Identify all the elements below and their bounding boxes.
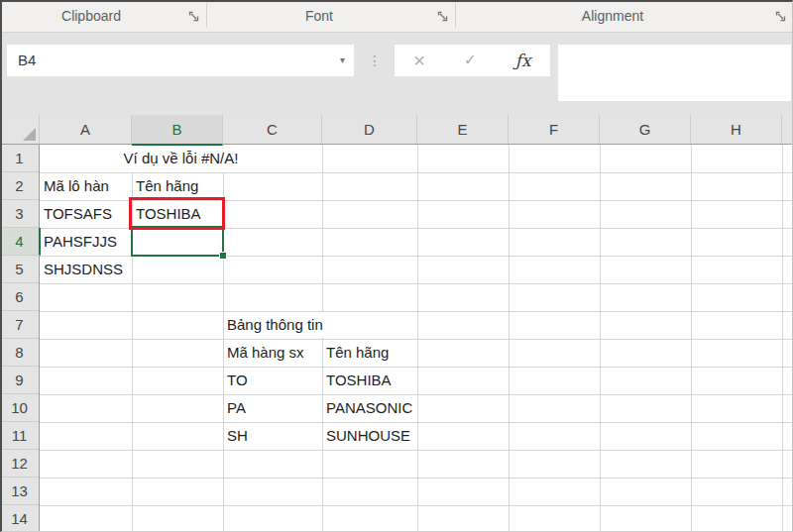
cell-C10[interactable]: PA [224,395,249,421]
cell-A1-merged-title[interactable]: Ví dụ về lỗi #N/A! [40,145,322,172]
cell-A2[interactable]: Mã lô hàn [41,173,112,199]
name-box-value: B4 [18,45,36,76]
gridline [40,394,793,395]
cell-C9[interactable]: TO [224,368,251,393]
cell-C8[interactable]: Mã hàng sx [224,340,307,366]
column-header-A[interactable]: A [40,115,132,144]
gridline [40,505,793,506]
ribbon-group-alignment: Alignment [456,0,793,32]
ribbon-strip: Clipboard Font Alignment [0,0,793,33]
column-header-G[interactable]: G [600,115,691,144]
column-header-D[interactable]: D [322,115,417,144]
row-header-10[interactable]: 10 [0,394,39,422]
row-header-5[interactable]: 5 [0,256,39,283]
worksheet: ABCDEFGH 1234567891011121314 Ví dụ về lỗ… [0,115,793,532]
gridline [40,367,793,368]
ribbon-group-clipboard: Clipboard [0,0,206,32]
font-group-label: Font [207,0,431,32]
cancel-icon[interactable]: × [413,51,425,70]
cell-D10[interactable]: PANASONIC [323,395,415,421]
cell-C7[interactable]: Bảng thông tin [224,312,326,338]
excel-window: Clipboard Font Alignment B4 ▾ ⋮ × [0,0,793,532]
alignment-group-label: Alignment [456,0,769,32]
row-header-1[interactable]: 1 [0,145,39,172]
column-header-C[interactable]: C [223,115,322,144]
column-header-E[interactable]: E [417,115,509,144]
column-header-B[interactable]: B [132,115,223,146]
row-header-9[interactable]: 9 [0,367,39,394]
gridline [40,311,793,312]
column-header-H[interactable]: H [691,115,782,144]
clipboard-dialog-launcher-icon[interactable] [187,10,200,23]
column-header-F[interactable]: F [509,115,600,144]
active-cell-selection-border[interactable] [131,226,224,257]
enter-icon[interactable]: ✓ [464,53,477,68]
row-header-2[interactable]: 2 [0,172,39,200]
formula-bar-buttons: × ✓ ƒx [395,45,550,76]
cell-A5[interactable]: SHJSDNSS [41,257,126,282]
name-box[interactable]: B4 ▾ [7,45,354,76]
row-header-11[interactable]: 11 [0,422,39,450]
row-header-12[interactable]: 12 [0,450,39,478]
row-header-6[interactable]: 6 [0,283,39,311]
cell-D8[interactable]: Tên hãng [323,340,392,366]
gridline [40,339,793,340]
cell-A4[interactable]: PAHSFJJS [41,229,120,255]
gridline [40,283,793,284]
clipboard-group-label: Clipboard [0,0,182,32]
gridline [40,478,793,479]
row-header-8[interactable]: 8 [0,339,39,367]
formula-bar-region: B4 ▾ ⋮ × ✓ ƒx [0,33,793,115]
cell-D9[interactable]: TOSHIBA [323,368,395,393]
name-box-dropdown-icon[interactable]: ▾ [340,45,345,76]
annotation-box-b3 [129,197,225,230]
alignment-dialog-launcher-icon[interactable] [774,10,787,23]
column-header-band: ABCDEFGH [0,115,793,145]
ribbon-group-font: Font [207,0,455,32]
select-all-triangle-icon [23,128,36,141]
cell-B2[interactable]: Tên hãng [133,173,201,199]
row-header-3[interactable]: 3 [0,200,39,228]
row-header-band: 1234567891011121314 [0,145,40,532]
column-header-partial[interactable] [782,115,793,144]
row-header-4[interactable]: 4 [0,228,41,256]
font-dialog-launcher-icon[interactable] [436,10,449,23]
formula-input[interactable] [558,45,791,101]
cell-A3[interactable]: TOFSAFS [41,201,115,227]
cell-D11[interactable]: SUNHOUSE [323,423,413,449]
gridline [40,422,793,423]
formula-bar-drag-handle[interactable]: ⋮ [367,45,383,76]
insert-function-icon[interactable]: ƒx [515,53,531,69]
fill-handle[interactable] [219,252,227,260]
row-header-7[interactable]: 7 [0,311,39,339]
row-header-13[interactable]: 13 [0,478,39,505]
row-header-14[interactable]: 14 [0,505,39,532]
gridline [40,450,793,451]
cell-C11[interactable]: SH [224,423,251,449]
select-all-button[interactable] [0,115,40,145]
